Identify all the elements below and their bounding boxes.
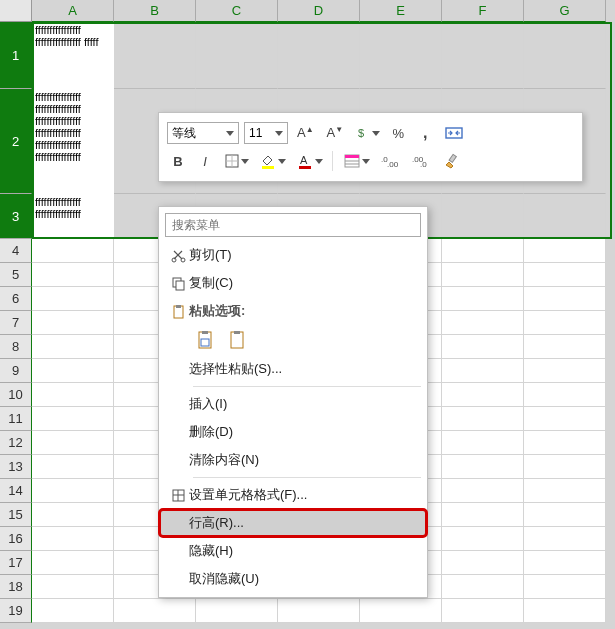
cell-G18[interactable]	[524, 575, 606, 599]
decrease-decimal-button[interactable]: .00.0	[408, 150, 434, 172]
column-header-F[interactable]: F	[442, 0, 524, 22]
cell-F7[interactable]	[442, 311, 524, 335]
borders-button[interactable]	[221, 150, 251, 172]
menu-format-cells[interactable]: 设置单元格格式(F)...	[159, 481, 427, 509]
row-header-1[interactable]: 1	[0, 22, 32, 89]
font-name-select[interactable]: 等线	[167, 122, 239, 144]
cell-G12[interactable]	[524, 431, 606, 455]
cell-F9[interactable]	[442, 359, 524, 383]
menu-cut[interactable]: 剪切(T)	[159, 241, 427, 269]
cell-B1[interactable]	[114, 22, 196, 89]
cell-F12[interactable]	[442, 431, 524, 455]
menu-search-input[interactable]	[165, 213, 421, 237]
row-header-19[interactable]: 19	[0, 599, 32, 623]
row-header-18[interactable]: 18	[0, 575, 32, 599]
row-header-11[interactable]: 11	[0, 407, 32, 431]
column-header-G[interactable]: G	[524, 0, 606, 22]
cell-A2[interactable]: ffffffffffffffff ffffffffffffffff ffffff…	[32, 89, 114, 194]
cell-A17[interactable]	[32, 551, 114, 575]
row-header-13[interactable]: 13	[0, 455, 32, 479]
comma-style-button[interactable]: ,	[414, 122, 436, 144]
select-all-corner[interactable]	[0, 0, 32, 22]
menu-paste-special[interactable]: 选择性粘贴(S)...	[159, 355, 427, 383]
row-header-14[interactable]: 14	[0, 479, 32, 503]
cell-A9[interactable]	[32, 359, 114, 383]
row-header-8[interactable]: 8	[0, 335, 32, 359]
cell-G16[interactable]	[524, 527, 606, 551]
cell-A12[interactable]	[32, 431, 114, 455]
bold-button[interactable]: B	[167, 150, 189, 172]
format-painter-button[interactable]	[439, 150, 463, 172]
column-header-B[interactable]: B	[114, 0, 196, 22]
paste-option-1[interactable]	[195, 330, 217, 350]
fill-color-button[interactable]	[256, 150, 288, 172]
cell-A6[interactable]	[32, 287, 114, 311]
conditional-format-button[interactable]	[340, 150, 372, 172]
cell-G7[interactable]	[524, 311, 606, 335]
cell-A10[interactable]	[32, 383, 114, 407]
paste-option-2[interactable]	[227, 330, 249, 350]
cell-F17[interactable]	[442, 551, 524, 575]
row-header-15[interactable]: 15	[0, 503, 32, 527]
row-header-10[interactable]: 10	[0, 383, 32, 407]
cell-G13[interactable]	[524, 455, 606, 479]
cell-D19[interactable]	[278, 599, 360, 623]
cell-G19[interactable]	[524, 599, 606, 623]
menu-unhide[interactable]: 取消隐藏(U)	[159, 565, 427, 593]
cell-F15[interactable]	[442, 503, 524, 527]
cell-G15[interactable]	[524, 503, 606, 527]
menu-clear[interactable]: 清除内容(N)	[159, 446, 427, 474]
menu-copy[interactable]: 复制(C)	[159, 269, 427, 297]
column-header-C[interactable]: C	[196, 0, 278, 22]
decrease-font-button[interactable]: A▼	[323, 122, 348, 144]
cell-G8[interactable]	[524, 335, 606, 359]
column-header-D[interactable]: D	[278, 0, 360, 22]
row-header-7[interactable]: 7	[0, 311, 32, 335]
row-header-2[interactable]: 2	[0, 89, 32, 194]
cell-E19[interactable]	[360, 599, 442, 623]
font-color-button[interactable]: A	[293, 150, 325, 172]
cell-F3[interactable]	[442, 194, 524, 239]
cell-G5[interactable]	[524, 263, 606, 287]
cell-A11[interactable]	[32, 407, 114, 431]
cell-A4[interactable]	[32, 239, 114, 263]
cell-C1[interactable]	[196, 22, 278, 89]
cell-A1[interactable]: ffffffffffffffff ffffffffffffffff fffff	[32, 22, 114, 89]
menu-delete[interactable]: 删除(D)	[159, 418, 427, 446]
cell-A18[interactable]	[32, 575, 114, 599]
italic-button[interactable]: I	[194, 150, 216, 172]
cell-G6[interactable]	[524, 287, 606, 311]
cell-F14[interactable]	[442, 479, 524, 503]
cell-A3[interactable]: ffffffffffffffff ffffffffffffffff	[32, 194, 114, 239]
row-header-17[interactable]: 17	[0, 551, 32, 575]
cell-G1[interactable]	[524, 22, 606, 89]
cell-E1[interactable]	[360, 22, 442, 89]
cell-A7[interactable]	[32, 311, 114, 335]
cell-F10[interactable]	[442, 383, 524, 407]
cell-A13[interactable]	[32, 455, 114, 479]
row-header-4[interactable]: 4	[0, 239, 32, 263]
increase-font-button[interactable]: A▲	[293, 122, 318, 144]
cell-A15[interactable]	[32, 503, 114, 527]
cell-F11[interactable]	[442, 407, 524, 431]
menu-row-height[interactable]: 行高(R)...	[159, 509, 427, 537]
cell-G11[interactable]	[524, 407, 606, 431]
cell-F16[interactable]	[442, 527, 524, 551]
row-header-3[interactable]: 3	[0, 194, 32, 239]
accounting-format-button[interactable]: $	[352, 122, 382, 144]
row-header-12[interactable]: 12	[0, 431, 32, 455]
cell-F5[interactable]	[442, 263, 524, 287]
menu-insert[interactable]: 插入(I)	[159, 390, 427, 418]
cell-G4[interactable]	[524, 239, 606, 263]
percent-button[interactable]: %	[387, 122, 409, 144]
cell-A14[interactable]	[32, 479, 114, 503]
cell-F6[interactable]	[442, 287, 524, 311]
column-header-A[interactable]: A	[32, 0, 114, 22]
row-header-9[interactable]: 9	[0, 359, 32, 383]
row-header-6[interactable]: 6	[0, 287, 32, 311]
cell-F18[interactable]	[442, 575, 524, 599]
cell-A19[interactable]	[32, 599, 114, 623]
cell-G10[interactable]	[524, 383, 606, 407]
cell-F13[interactable]	[442, 455, 524, 479]
cell-G14[interactable]	[524, 479, 606, 503]
